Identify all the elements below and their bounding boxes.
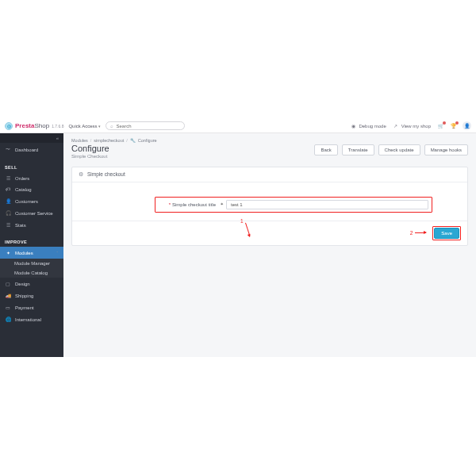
search-box[interactable]: ⌕: [106, 121, 185, 130]
sidebar-item-stats[interactable]: ☰ Stats: [0, 219, 63, 231]
sidebar-item-label: Customers: [15, 199, 38, 204]
page-title: Configure: [71, 144, 109, 154]
page-actions: Back Translate Check update Manage hooks: [314, 144, 468, 155]
view-shop-link[interactable]: ↗ View my shop: [393, 123, 431, 129]
avatar[interactable]: 👤: [463, 121, 471, 130]
payment-icon: ▭: [5, 305, 11, 310]
field-label: *Simple checkout title: [159, 202, 221, 207]
sidebar-item-label: Design: [15, 282, 30, 286]
search-icon: ⌕: [110, 124, 113, 129]
stats-icon: ☰: [5, 222, 11, 228]
modules-icon: ✦: [5, 250, 11, 255]
chevron-down-icon: ▾: [98, 124, 101, 129]
wrench-icon: 🔧: [130, 138, 136, 143]
orders-icon: ☰: [5, 175, 11, 181]
configure-panel: ⚙ Simple checkout 1 *Simple checkout tit…: [71, 167, 468, 246]
sidebar-sub-module-catalog[interactable]: Module Catalog: [0, 268, 63, 278]
brand[interactable]: ◎ PrestaShop 1.7.6.8: [5, 122, 63, 130]
version-label: 1.7.6.8: [52, 124, 63, 129]
sidebar-heading-sell: SELL: [0, 161, 63, 172]
sidebar-item-catalog[interactable]: 🏷 Catalog: [0, 184, 63, 195]
quick-access-menu[interactable]: Quick Access ▾: [68, 124, 101, 129]
search-input[interactable]: [116, 124, 180, 129]
save-button[interactable]: Save: [434, 228, 459, 239]
manage-hooks-button[interactable]: Manage hooks: [424, 144, 468, 155]
sidebar-item-international[interactable]: 🌐 International: [0, 313, 63, 325]
breadcrumb-configure: Configure: [138, 138, 157, 143]
sidebar-item-label: Customer Service: [15, 211, 53, 216]
dashboard-icon: 〜: [5, 146, 11, 153]
panel-title: Simple checkout: [87, 171, 125, 177]
sidebar-item-label: International: [15, 317, 41, 322]
sidebar-collapse-toggle[interactable]: «: [0, 133, 63, 143]
headset-icon: 🎧: [5, 210, 11, 216]
form-row-title: *Simple checkout title ⌖: [155, 197, 432, 213]
debug-mode-toggle[interactable]: ◉ Debug mode: [350, 123, 386, 129]
panel-footer: 2 Save: [72, 221, 467, 245]
brand-name: PrestaShop: [15, 122, 49, 129]
cursor-icon: ⌖: [221, 202, 223, 207]
sidebar: « 〜 Dashboard SELL ☰ Orders 🏷 Catalog 👤 …: [0, 133, 63, 357]
brand-logo-icon: ◎: [5, 122, 13, 130]
sidebar-item-label: Shipping: [15, 294, 33, 298]
check-update-button[interactable]: Check update: [378, 144, 420, 155]
back-button[interactable]: Back: [314, 144, 337, 155]
gears-icon: ⚙: [79, 171, 83, 178]
breadcrumb: Modules / simplecheckout / 🔧 Configure: [71, 138, 468, 143]
view-shop-label: View my shop: [401, 124, 431, 129]
breadcrumb-simplecheckout[interactable]: simplecheckout: [94, 138, 124, 143]
sidebar-item-label: Dashboard: [15, 148, 38, 152]
customers-icon: 👤: [5, 198, 11, 204]
annotation-2: 2: [410, 230, 427, 236]
sidebar-item-label: Payment: [15, 305, 34, 310]
breadcrumb-modules[interactable]: Modules: [71, 138, 88, 143]
sidebar-submenu-modules: Module Manager Module Catalog: [0, 259, 63, 278]
quick-access-label: Quick Access: [68, 124, 97, 129]
sidebar-item-label: Catalog: [15, 187, 32, 192]
sidebar-item-label: Stats: [15, 223, 26, 228]
panel-header: ⚙ Simple checkout: [72, 167, 467, 182]
catalog-icon: 🏷: [5, 187, 11, 192]
sidebar-item-dashboard[interactable]: 〜 Dashboard: [0, 143, 63, 156]
design-icon: ▢: [5, 281, 11, 286]
bug-icon: ◉: [350, 123, 356, 129]
topbar: ◎ PrestaShop 1.7.6.8 Quick Access ▾ ⌕ ◉ …: [0, 119, 476, 133]
checkout-title-input[interactable]: [226, 200, 428, 209]
shipping-icon: 🚚: [5, 293, 11, 298]
sidebar-item-orders[interactable]: ☰ Orders: [0, 172, 63, 184]
page-subtitle: Simple Checkout: [71, 154, 109, 159]
sidebar-item-modules[interactable]: ✦ Modules ˄: [0, 247, 63, 259]
sidebar-sub-module-manager[interactable]: Module Manager: [0, 259, 63, 268]
debug-mode-label: Debug mode: [359, 124, 386, 129]
notifications-icon[interactable]: 🏆: [450, 123, 456, 129]
main-content: Modules / simplecheckout / 🔧 Configure C…: [63, 133, 476, 357]
cart-icon[interactable]: 🛒: [437, 123, 443, 129]
sidebar-item-customer-service[interactable]: 🎧 Customer Service: [0, 207, 63, 219]
sidebar-item-customers[interactable]: 👤 Customers: [0, 195, 63, 207]
sidebar-item-label: Orders: [15, 176, 29, 181]
sidebar-item-payment[interactable]: ▭ Payment: [0, 301, 63, 313]
translate-button[interactable]: Translate: [342, 144, 374, 155]
annotation-2-arrow: [415, 232, 426, 233]
sidebar-item-label: Modules: [15, 251, 33, 255]
sidebar-heading-improve: IMPROVE: [0, 236, 63, 247]
external-link-icon: ↗: [393, 123, 399, 129]
globe-icon: 🌐: [5, 317, 11, 322]
sidebar-item-design[interactable]: ▢ Design: [0, 278, 63, 290]
top-right: ◉ Debug mode ↗ View my shop 🛒 🏆 👤: [350, 121, 471, 130]
chevron-up-icon: ˄: [56, 251, 59, 255]
save-highlight: Save: [432, 226, 461, 240]
sidebar-item-shipping[interactable]: 🚚 Shipping: [0, 290, 63, 301]
